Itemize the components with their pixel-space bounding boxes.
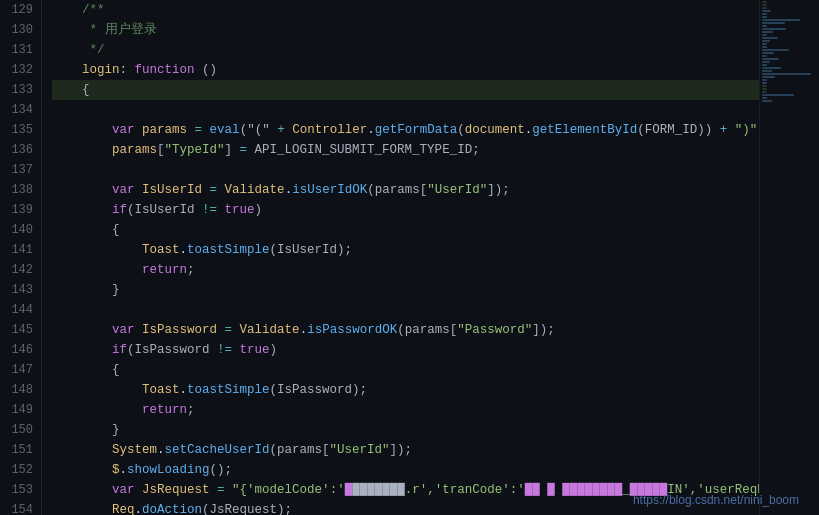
minimap-line: [762, 94, 794, 96]
line-number: 149: [8, 400, 33, 420]
minimap-line: [762, 52, 774, 54]
code-line: */: [52, 40, 759, 60]
line-number: 143: [8, 280, 33, 300]
minimap-line: [762, 13, 767, 15]
minimap-line: [762, 22, 785, 24]
line-number: 134: [8, 100, 33, 120]
code-line: if(IsUserId != true): [52, 200, 759, 220]
minimap-line: [762, 16, 767, 18]
code-line: {: [52, 220, 759, 240]
minimap-line: [762, 73, 811, 75]
line-number: 131: [8, 40, 33, 60]
minimap-line: [762, 61, 770, 63]
code-line: {: [52, 360, 759, 380]
minimap-line: [762, 82, 767, 84]
minimap-line: [762, 97, 767, 99]
minimap-line: [762, 7, 767, 9]
minimap-line: [762, 34, 767, 36]
minimap-line: [762, 58, 779, 60]
line-number: 152: [8, 460, 33, 480]
line-number: 133: [8, 80, 33, 100]
code-line: return;: [52, 400, 759, 420]
minimap-line: [762, 70, 772, 72]
minimap-line: [762, 1, 767, 3]
code-line: System.setCacheUserId(params["UserId"]);: [52, 440, 759, 460]
line-number: 147: [8, 360, 33, 380]
watermark: https://blog.csdn.net/nini_boom: [633, 493, 799, 507]
minimap-line: [762, 79, 767, 81]
code-line: }: [52, 420, 759, 440]
line-number: 137: [8, 160, 33, 180]
minimap: [759, 0, 819, 515]
minimap-line: [762, 46, 767, 48]
minimap-line: [762, 37, 778, 39]
minimap-line: [762, 25, 767, 27]
line-number: 144: [8, 300, 33, 320]
minimap-line: [762, 49, 789, 51]
minimap-line: [762, 4, 767, 6]
code-line: var params = eval("(" + Controller.getFo…: [52, 120, 759, 140]
code-line: Toast.toastSimple(IsPassword);: [52, 380, 759, 400]
line-number: 154: [8, 500, 33, 515]
code-line: var IsPassword = Validate.isPasswordOK(p…: [52, 320, 759, 340]
line-number: 145: [8, 320, 33, 340]
line-number: 150: [8, 420, 33, 440]
line-number: 146: [8, 340, 33, 360]
minimap-line: [762, 10, 771, 12]
minimap-line: [762, 55, 767, 57]
line-number: 136: [8, 140, 33, 160]
code-line: params["TypeId"] = API_LOGIN_SUBMIT_FORM…: [52, 140, 759, 160]
code-line: }: [52, 280, 759, 300]
line-number: 140: [8, 220, 33, 240]
minimap-line: [762, 91, 767, 93]
minimap-line: [762, 76, 775, 78]
code-line: $.showLoading();: [52, 460, 759, 480]
code-line: [52, 160, 759, 180]
line-number: 148: [8, 380, 33, 400]
code-line: if(IsPassword != true): [52, 340, 759, 360]
line-number: 129: [8, 0, 33, 20]
code-area[interactable]: /** * 用户登录 */ login: function () { var p…: [42, 0, 759, 515]
line-number: 151: [8, 440, 33, 460]
minimap-line: [762, 31, 773, 33]
code-line: Toast.toastSimple(IsUserId);: [52, 240, 759, 260]
minimap-line: [762, 67, 781, 69]
line-number: 135: [8, 120, 33, 140]
line-number: 138: [8, 180, 33, 200]
code-line: var IsUserId = Validate.isUserIdOK(param…: [52, 180, 759, 200]
minimap-line: [762, 85, 767, 87]
editor-container: 1291301311321331341351361371381391401411…: [0, 0, 819, 515]
minimap-line: [762, 43, 767, 45]
line-number: 130: [8, 20, 33, 40]
line-numbers: 1291301311321331341351361371381391401411…: [0, 0, 42, 515]
line-number: 132: [8, 60, 33, 80]
minimap-line: [762, 28, 786, 30]
minimap-line: [762, 19, 800, 21]
minimap-line: [762, 64, 767, 66]
line-number: 153: [8, 480, 33, 500]
line-number: 142: [8, 260, 33, 280]
code-line: [52, 300, 759, 320]
code-line: return;: [52, 260, 759, 280]
minimap-line: [762, 88, 767, 90]
code-line: {: [52, 80, 759, 100]
code-line: [52, 100, 759, 120]
minimap-line: [762, 40, 770, 42]
line-number: 141: [8, 240, 33, 260]
code-line: /**: [52, 0, 759, 20]
minimap-line: [762, 100, 772, 102]
code-line: * 用户登录: [52, 20, 759, 40]
line-number: 139: [8, 200, 33, 220]
code-line: login: function (): [52, 60, 759, 80]
